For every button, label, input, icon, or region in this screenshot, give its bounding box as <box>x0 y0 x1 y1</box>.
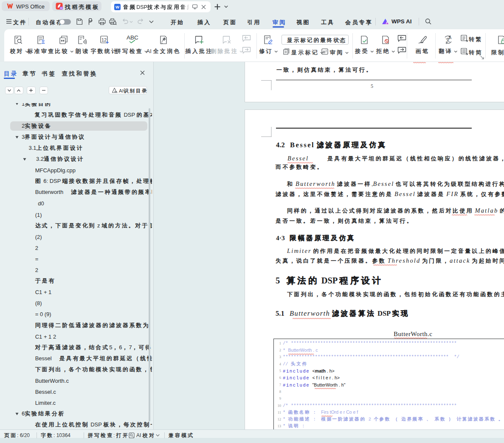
svg-text:AI: AI <box>60 7 63 9</box>
svg-text:ABC: ABC <box>127 34 138 41</box>
svg-text:W: W <box>115 5 119 9</box>
svg-text:12: 12 <box>101 37 107 42</box>
